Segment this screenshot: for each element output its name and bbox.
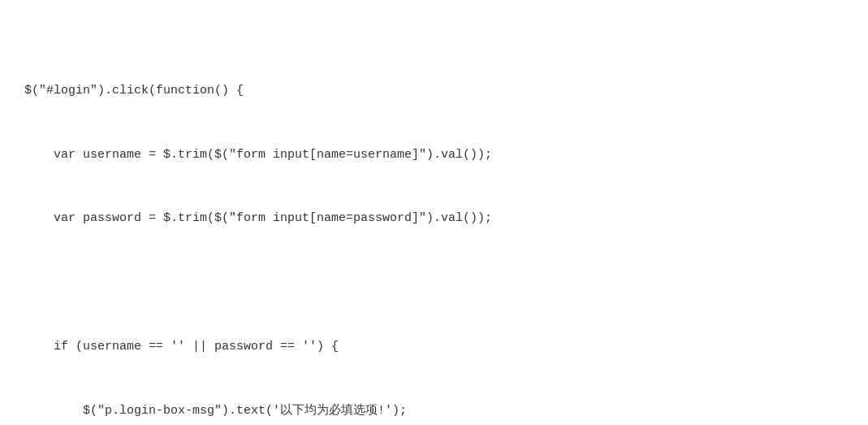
code-container: $("#login").click(function() { var usern…	[0, 0, 868, 425]
code-line-3: var password = $.trim($("form input[name…	[24, 208, 844, 229]
code-block: $("#login").click(function() { var usern…	[24, 16, 844, 425]
code-line-1: $("#login").click(function() {	[24, 80, 844, 102]
code-empty-1	[24, 272, 844, 293]
code-line-2: var username = $.trim($("form input[name…	[24, 145, 844, 166]
code-line-6: $("p.login-box-msg").text('以下均为必填选项!');	[24, 401, 844, 422]
code-line-5: if (username == '' || password == '') {	[24, 336, 844, 358]
